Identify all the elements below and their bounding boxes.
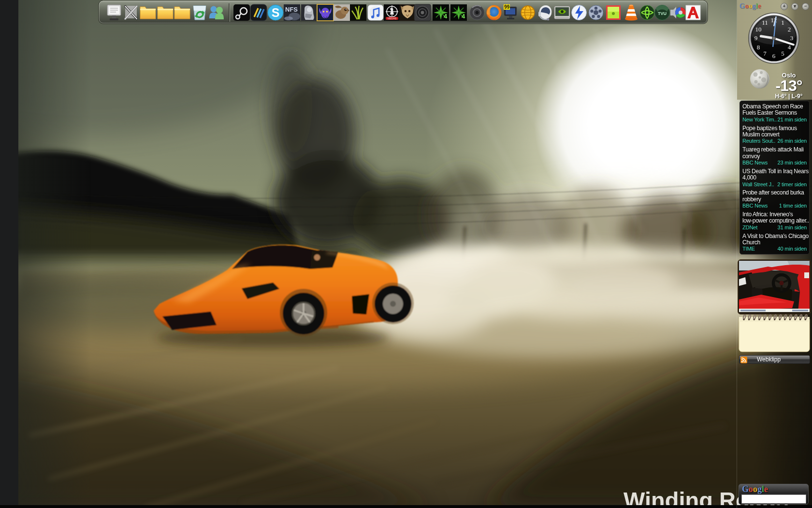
svg-text:5: 5 [781, 50, 784, 57]
svg-text:7: 7 [763, 50, 767, 57]
svg-text:9: 9 [754, 34, 758, 42]
svg-text:3: 3 [790, 34, 794, 42]
svg-text:4: 4 [444, 13, 448, 20]
svg-text:4: 4 [462, 13, 465, 20]
svg-text:NFS: NFS [285, 6, 298, 13]
svg-text:VEGAS: VEGAS [388, 17, 397, 20]
svg-text:99: 99 [504, 4, 510, 10]
svg-text:1: 1 [781, 19, 784, 26]
svg-text:10: 10 [755, 26, 762, 33]
svg-text:8: 8 [757, 44, 760, 51]
svg-text:TVU: TVU [658, 11, 667, 16]
svg-text:11: 11 [762, 19, 768, 26]
svg-text:6: 6 [772, 52, 776, 60]
svg-text:S: S [272, 6, 280, 19]
svg-text:2: 2 [788, 26, 791, 33]
